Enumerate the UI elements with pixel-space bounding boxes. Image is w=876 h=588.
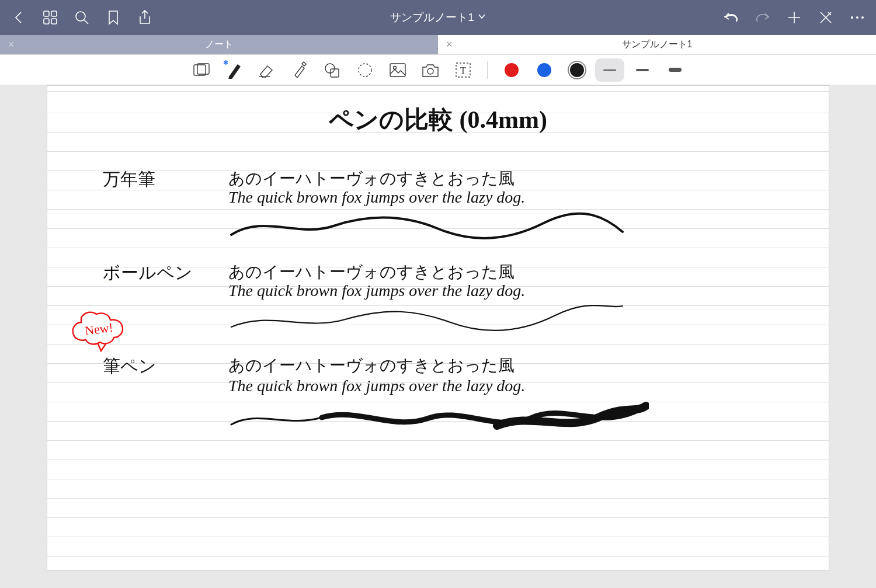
svg-point-21 (427, 68, 433, 74)
tab-close-icon[interactable]: × (446, 39, 453, 51)
sample-jp-3: あのイーハトーヴォのすきとおった風 (228, 354, 515, 377)
svg-rect-3 (51, 19, 57, 24)
wave-stroke-fountain (228, 211, 625, 241)
svg-point-20 (393, 66, 396, 69)
svg-point-16 (325, 64, 335, 73)
toolbar-separator (487, 61, 488, 79)
stroke-thick[interactable] (661, 58, 690, 82)
eraser-tool[interactable] (252, 58, 281, 82)
search-button[interactable] (74, 9, 90, 26)
pen-label-fountain: 万年筆 (103, 168, 155, 192)
sample-jp-1: あのイーハトーヴォのすきとおった風 (228, 168, 515, 190)
stroke-thin[interactable] (595, 58, 624, 82)
tab-close-icon[interactable]: × (8, 39, 15, 51)
shape-tool[interactable] (318, 58, 347, 82)
color-blue[interactable] (537, 63, 551, 77)
sample-en-3: The quick brown fox jumps over the lazy … (228, 377, 525, 395)
app-topbar: サンプルノート1 (0, 0, 876, 35)
pen-label-ballpoint: ボールペン (103, 261, 193, 285)
drawing-toolbar: T (0, 55, 876, 85)
svg-line-5 (84, 20, 88, 24)
svg-rect-0 (44, 11, 49, 16)
svg-point-4 (76, 12, 85, 21)
note-title: ペンの比較 (0.4mm) (47, 103, 829, 136)
tab-label: サンプルノート1 (622, 39, 693, 51)
tab-sample-note-1[interactable]: × サンプルノート1 (438, 35, 876, 54)
stroke-medium[interactable] (628, 58, 657, 82)
svg-text:T: T (460, 65, 466, 75)
svg-point-11 (856, 16, 858, 19)
note-page[interactable]: ペンの比較 (0.4mm) 万年筆 あのイーハトーヴォのすきとおった風 The … (47, 85, 829, 570)
grid-view-button[interactable] (42, 9, 58, 26)
pen-tool[interactable] (220, 58, 249, 82)
svg-point-18 (359, 64, 371, 76)
read-mode-button[interactable] (187, 58, 216, 82)
svg-point-12 (861, 16, 864, 19)
share-button[interactable] (137, 9, 153, 26)
wave-stroke-ballpoint (228, 305, 625, 334)
title-dropdown-icon[interactable] (478, 12, 486, 23)
add-button[interactable] (786, 9, 802, 26)
svg-rect-19 (390, 64, 405, 76)
redo-button[interactable] (755, 9, 771, 26)
sample-jp-2: あのイーハトーヴォのすきとおった風 (228, 261, 515, 283)
back-button[interactable] (11, 9, 27, 26)
svg-point-10 (851, 16, 853, 19)
more-button[interactable] (849, 9, 865, 26)
sample-en-2: The quick brown fox jumps over the lazy … (228, 281, 525, 300)
undo-button[interactable] (723, 9, 739, 26)
close-edit-button[interactable] (818, 9, 834, 26)
new-badge: New! (69, 302, 134, 363)
image-tool[interactable] (383, 58, 412, 82)
lasso-tool[interactable] (350, 58, 380, 82)
text-tool[interactable]: T (449, 58, 478, 82)
svg-rect-2 (44, 19, 49, 24)
workspace: ペンの比較 (0.4mm) 万年筆 あのイーハトーヴォのすきとおった風 The … (0, 85, 876, 588)
highlighter-tool[interactable] (285, 58, 314, 82)
color-red[interactable] (505, 63, 519, 77)
sample-en-1: The quick brown fox jumps over the lazy … (228, 188, 525, 207)
color-black[interactable] (570, 63, 584, 77)
tab-bar: × ノート × サンプルノート1 (0, 35, 876, 55)
pen-label-brush: 筆ペン (103, 354, 157, 378)
tab-label: ノート (205, 39, 233, 51)
svg-rect-1 (51, 11, 57, 16)
camera-tool[interactable] (416, 58, 445, 82)
tab-notes[interactable]: × ノート (0, 35, 438, 54)
wave-stroke-brush (228, 401, 649, 436)
bookmark-button[interactable] (105, 9, 121, 26)
document-title[interactable]: サンプルノート1 (390, 10, 474, 25)
